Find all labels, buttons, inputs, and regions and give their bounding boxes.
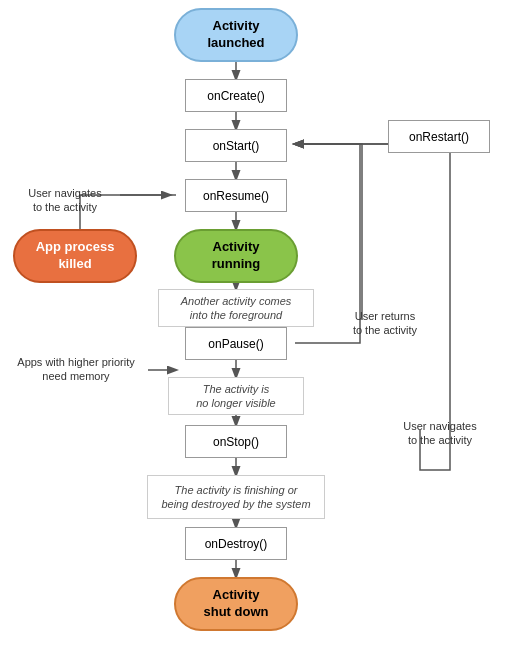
apps-higher-priority-label: Apps with higher priorityneed memory — [2, 348, 150, 390]
activity-launched-label: Activitylaunched — [207, 18, 264, 52]
user-returns-text: User returnsto the activity — [353, 309, 417, 338]
on-pause-node: onPause() — [185, 327, 287, 360]
activity-no-longer-label: The activity isno longer visible — [168, 377, 304, 415]
activity-launched-node: Activitylaunched — [174, 8, 298, 62]
activity-finishing-label: The activity is finishing orbeing destro… — [147, 475, 325, 519]
on-start-label: onStart() — [213, 139, 260, 153]
user-navigates-top-text: User navigatesto the activity — [28, 186, 101, 215]
on-create-node: onCreate() — [185, 79, 287, 112]
another-activity-text: Another activity comesinto the foregroun… — [181, 294, 292, 323]
activity-running-label: Activityrunning — [212, 239, 260, 273]
on-destroy-label: onDestroy() — [205, 537, 268, 551]
on-destroy-node: onDestroy() — [185, 527, 287, 560]
app-process-killed-label: App processkilled — [36, 239, 115, 273]
on-resume-node: onResume() — [185, 179, 287, 212]
user-navigates-top-label: User navigatesto the activity — [10, 180, 120, 220]
another-activity-label: Another activity comesinto the foregroun… — [158, 289, 314, 327]
on-pause-label: onPause() — [208, 337, 263, 351]
user-navigates-bottom-text: User navigatesto the activity — [403, 419, 476, 448]
activity-shut-down-node: Activityshut down — [174, 577, 298, 631]
activity-no-longer-text: The activity isno longer visible — [196, 382, 276, 411]
on-restart-label: onRestart() — [409, 130, 469, 144]
app-process-killed-node: App processkilled — [13, 229, 137, 283]
activity-running-node: Activityrunning — [174, 229, 298, 283]
user-returns-label: User returnsto the activity — [330, 303, 440, 343]
apps-higher-priority-text: Apps with higher priorityneed memory — [17, 355, 134, 384]
on-stop-label: onStop() — [213, 435, 259, 449]
on-create-label: onCreate() — [207, 89, 264, 103]
lifecycle-diagram: Activitylaunched onCreate() onStart() on… — [0, 0, 513, 662]
on-start-node: onStart() — [185, 129, 287, 162]
on-restart-node: onRestart() — [388, 120, 490, 153]
activity-finishing-text: The activity is finishing orbeing destro… — [161, 483, 310, 512]
user-navigates-bottom-label: User navigatesto the activity — [380, 413, 500, 453]
activity-shut-down-label: Activityshut down — [204, 587, 269, 621]
on-resume-label: onResume() — [203, 189, 269, 203]
on-stop-node: onStop() — [185, 425, 287, 458]
